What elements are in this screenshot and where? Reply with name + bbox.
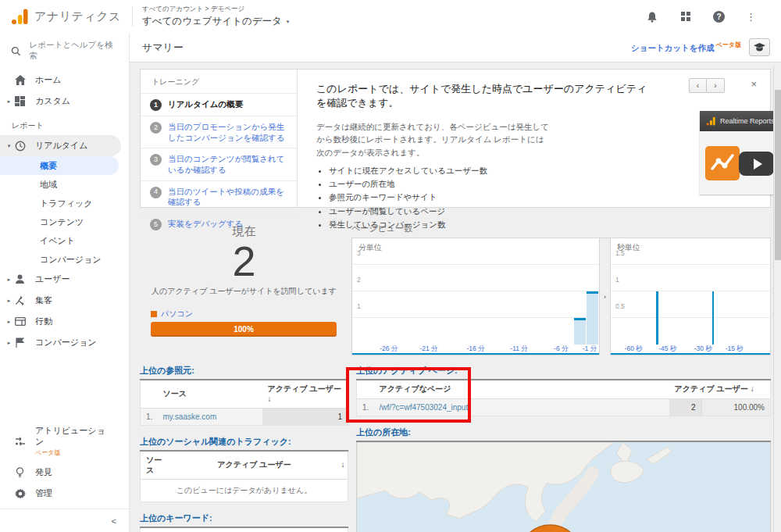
- clock-icon: [13, 141, 27, 152]
- expand-caret-icon: ▸: [5, 298, 13, 304]
- subitem-label: コンバージョン: [40, 254, 102, 266]
- column-active-users[interactable]: アクティブ ユーザー: [173, 452, 336, 480]
- beta-badge: ベータ版: [35, 449, 60, 456]
- step-label: 実装をデバッグする: [168, 219, 243, 230]
- banner-close-icon[interactable]: ×: [751, 78, 757, 90]
- column-source[interactable]: ソース: [141, 452, 173, 480]
- banner-bullet-list: サイトに現在アクセスしているユーザー数 ユーザーの所在地 参照元のキーワードやサ…: [329, 164, 551, 230]
- search-input[interactable]: レポートとヘルプを検索: [0, 33, 129, 70]
- sidebar-subitem-traffic[interactable]: トラフィック: [0, 194, 129, 212]
- play-button[interactable]: [739, 152, 774, 176]
- subitem-label: 概要: [40, 160, 57, 172]
- help-icon[interactable]: ?: [713, 11, 725, 23]
- bullet-item: サイトに現在アクセスしているユーザー数: [329, 164, 551, 177]
- training-label: トレーニング: [141, 77, 297, 93]
- step-number: 1: [150, 99, 162, 111]
- more-options-icon[interactable]: ⋮: [746, 11, 756, 23]
- training-step-3[interactable]: 3 当日のコンテンツが閲覧されているか確認する: [141, 148, 297, 180]
- banner-body-text: データは継続的に更新されており、各ページビューは発生してから数秒後にレポートされ…: [316, 122, 549, 157]
- sort-desc-icon[interactable]: ↓: [336, 452, 348, 480]
- training-panel: トレーニング 1 リアルタイムの概要 2 当日のプロモーションから発生したコンバ…: [141, 70, 298, 207]
- collapse-caret-icon: ▾: [5, 143, 13, 149]
- top-social-section: 上位のソーシャル関連のトラフィック: ソース アクティブ ユーザー ↓ このビュ…: [140, 436, 348, 502]
- bullet-item: ユーザーの所在地: [329, 177, 551, 190]
- beta-badge: ベータ版: [716, 41, 741, 48]
- notifications-bell-icon[interactable]: [646, 10, 658, 23]
- top-active-pages-heading[interactable]: 上位のアクティブ ページ:: [356, 365, 771, 380]
- expand-caret-icon: ▸: [5, 98, 13, 105]
- sidebar-item-realtime[interactable]: ▾ リアルタイム: [0, 135, 121, 156]
- table-row: 1. my.saaske.com 1: [141, 409, 348, 426]
- sidebar-item-discover[interactable]: 発見: [0, 462, 129, 483]
- subitem-label: イベント: [40, 235, 75, 247]
- chevron-down-icon: ▾: [287, 19, 290, 25]
- sidebar-collapse-button[interactable]: <: [0, 509, 129, 532]
- sidebar: レポートとヘルプを検索 ホーム ▸ カスタム レポート ▾ リアルタイム 概要 …: [0, 33, 129, 532]
- column-active-users-sort[interactable]: アクティブ ユーザー ↓: [669, 380, 771, 398]
- column-source[interactable]: ソース: [158, 380, 262, 409]
- expand-caret-icon: ▸: [5, 340, 13, 346]
- locations-map[interactable]: [356, 442, 771, 532]
- sidebar-item-custom[interactable]: ▸ カスタム: [0, 91, 129, 112]
- sort-desc-icon[interactable]: ↓: [336, 528, 348, 532]
- create-shortcut-link[interactable]: ショートカットを作成ベータ版: [631, 41, 741, 54]
- account-switcher[interactable]: すべてのアカウント > デモページ すべてのウェブサイトのデータ ▾: [142, 5, 289, 28]
- row-value: 2: [669, 399, 702, 416]
- sidebar-item-behavior[interactable]: ▸ 行動: [0, 311, 129, 332]
- sidebar-subitem-locations[interactable]: 地域: [0, 175, 129, 194]
- pageviews-section: ページビュー数 分単位 321 -26 分-21 分-16 分-11 分-6 分…: [348, 223, 771, 355]
- banner-next-button[interactable]: ›: [707, 78, 725, 93]
- device-percentage-bar: 100%: [151, 322, 337, 337]
- column-active-users-sort[interactable]: アクティブ ユーザー ↓: [262, 380, 348, 409]
- training-step-2[interactable]: 2 当日のプロモーションから発生したコンバージョンを確認する: [141, 116, 297, 148]
- column-active-users[interactable]: アクティブ ユーザー: [173, 528, 336, 532]
- attribution-icon: [13, 437, 27, 446]
- training-step-4[interactable]: 4 当日のツイートや投稿の成果を確認する: [141, 180, 297, 212]
- sidebar-item-attribution[interactable]: アトリビューション ベータ版: [0, 422, 129, 462]
- subitem-label: トラフィック: [40, 198, 93, 209]
- chart-bar: [712, 291, 715, 345]
- column-keyword[interactable]: キーワード: [141, 528, 173, 532]
- top-referrals-section: 上位の参照元: ソース アクティブ ユーザー ↓ 1. my.saaske.co…: [140, 365, 348, 426]
- apps-grid-icon[interactable]: [679, 10, 692, 23]
- training-button[interactable]: [749, 38, 770, 56]
- top-locations-heading[interactable]: 上位の所在地:: [356, 427, 771, 442]
- sidebar-subitem-conversions[interactable]: コンバージョン: [0, 250, 129, 269]
- sidebar-item-home[interactable]: ホーム: [0, 70, 129, 91]
- empty-state-row: このビューにはデータがありません。: [141, 480, 348, 502]
- subitem-label: コンテンツ: [40, 216, 84, 228]
- home-icon: [13, 75, 27, 85]
- chart-expand-toggle[interactable]: ›: [604, 293, 606, 301]
- sidebar-item-acquisition[interactable]: ▸ 集客: [0, 290, 129, 311]
- person-icon: [13, 274, 27, 284]
- sidebar-item-admin[interactable]: 管理: [0, 483, 129, 504]
- main-area: サマリー ショートカットを作成ベータ版 トレーニング 1 リアルタイムの概要: [129, 33, 781, 532]
- banner-prev-button[interactable]: ‹: [689, 78, 707, 93]
- sidebar-item-label: ホーム: [35, 74, 62, 86]
- step-label: 当日のツイートや投稿の成果を確認する: [168, 187, 289, 208]
- sidebar-item-audience[interactable]: ▸ ユーザー: [0, 269, 129, 290]
- training-step-5[interactable]: 5 実装をデバッグする: [141, 212, 297, 235]
- referrer-link[interactable]: my.saaske.com: [158, 409, 262, 426]
- google-analytics-logo[interactable]: アナリティクス: [0, 8, 121, 25]
- active-page-link[interactable]: /wf/?c=wf47503024_input: [374, 398, 669, 416]
- sidebar-subitem-events[interactable]: イベント: [0, 231, 129, 250]
- sidebar-item-conversions[interactable]: ▸ コンバージョン: [0, 332, 129, 353]
- top-referrals-heading[interactable]: 上位の参照元:: [140, 365, 348, 380]
- right-now-panel: 現在 2 人のアクティブ ユーザーがサイトを訪問しています パソコン 100%: [140, 223, 348, 355]
- vertical-scrollbar[interactable]: [773, 66, 781, 532]
- step-label: 当日のプロモーションから発生したコンバージョンを確認する: [168, 122, 289, 143]
- sidebar-item-label: コンバージョン: [35, 337, 97, 348]
- scrollbar-thumb[interactable]: [775, 90, 781, 260]
- top-keywords-heading[interactable]: 上位のキーワード:: [140, 512, 348, 528]
- view-name: すべてのウェブサイトのデータ: [142, 15, 282, 28]
- realtime-video-card[interactable]: Realtime Reports ⋮ Realtime: [700, 111, 781, 195]
- pageviews-per-minute-chart: 分単位 321 -26 分-21 分-16 分-11 分-6 分-1 分: [351, 238, 600, 355]
- column-active-page[interactable]: アクティブなページ: [374, 380, 669, 398]
- training-step-1[interactable]: 1 リアルタイムの概要: [141, 93, 297, 116]
- top-social-heading[interactable]: 上位のソーシャル関連のトラフィック:: [140, 436, 348, 452]
- sidebar-subitem-content[interactable]: コンテンツ: [0, 212, 129, 231]
- sidebar-item-label: 発見: [35, 466, 52, 478]
- page-title: サマリー: [142, 41, 184, 55]
- sidebar-subitem-overview[interactable]: 概要: [0, 156, 119, 175]
